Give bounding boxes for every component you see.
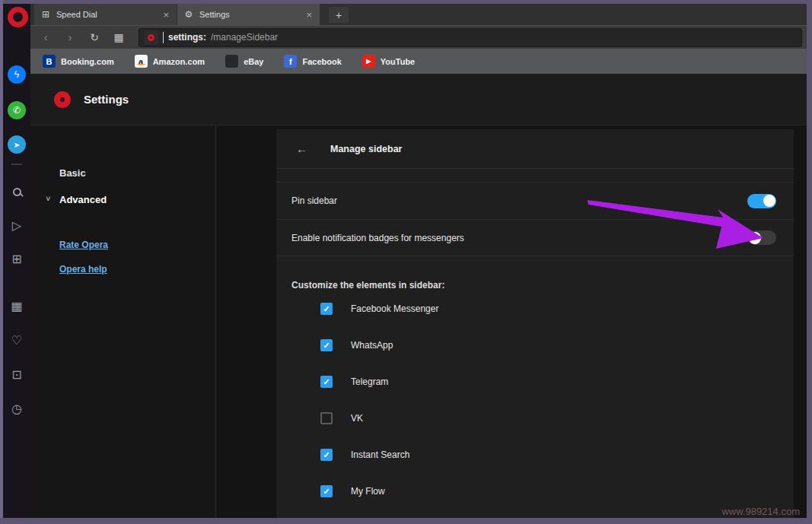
facebook-icon: f: [284, 55, 297, 68]
tab-settings[interactable]: ⚙ Settings ×: [177, 4, 320, 25]
checkbox-label: VK: [351, 413, 363, 424]
frame-border: [0, 0, 812, 4]
nav-item-basic[interactable]: Basic: [59, 167, 86, 179]
card-title: Manage sidebar: [330, 144, 402, 154]
gear-tab-icon: ⚙: [183, 9, 194, 20]
customize-section-label: Customize the elements in sidebar:: [291, 280, 794, 291]
tab-strip: ⊞ Speed Dial × ⚙ Settings × +: [30, 4, 807, 25]
opera-logo-icon[interactable]: [8, 7, 28, 27]
ebay-icon: [225, 55, 238, 68]
vertical-divider: [215, 125, 216, 518]
site-badge-icon: [144, 30, 158, 45]
checkbox-label: Facebook Messenger: [351, 303, 438, 314]
page-title: Settings: [84, 93, 129, 106]
instant-search-checkbox[interactable]: ✓: [320, 449, 333, 461]
frame-border: [807, 0, 812, 524]
tab-speed-dial[interactable]: ⊞ Speed Dial ×: [34, 4, 177, 25]
amazon-icon: a: [135, 55, 148, 68]
forward-button[interactable]: ›: [61, 31, 79, 43]
facebook-messenger-icon[interactable]: ϟ: [8, 65, 26, 84]
bookmark-label: eBay: [244, 57, 263, 66]
chevron-down-icon: ˅: [46, 194, 50, 203]
opera-browser-window: ϟ ✆ ➤ ▷ ⊞ ▦ ♡ ⊡ ◷ ⊞ Speed Dial × ⚙ Setti…: [0, 0, 812, 524]
back-arrow-icon[interactable]: ←: [296, 142, 307, 155]
speed-dial-tab-icon: ⊞: [40, 9, 51, 20]
start-page-button[interactable]: ▦: [110, 31, 128, 43]
settings-page-header: Settings: [30, 74, 807, 125]
card-header: ← Manage sidebar: [276, 129, 794, 169]
checkbox-row-telegram: ✓ Telegram: [320, 364, 794, 400]
vk-checkbox[interactable]: ✓: [320, 412, 333, 424]
url-scheme: settings:: [168, 32, 206, 43]
bookmark-label: Facebook: [302, 57, 341, 66]
bookmark-label: Amazon.com: [153, 57, 205, 66]
bookmark-label: YouTube: [381, 57, 415, 66]
telegram-checkbox[interactable]: ✓: [320, 376, 333, 388]
checkbox-row-facebook-messenger: ✓ Facebook Messenger: [320, 291, 794, 327]
pin-sidebar-toggle[interactable]: [747, 194, 776, 208]
watermark-text: www.989214.com: [721, 506, 800, 517]
telegram-icon[interactable]: ➤: [8, 135, 26, 154]
frame-border: [0, 518, 812, 524]
tab-label: Speed Dial: [56, 10, 156, 19]
whatsapp-icon[interactable]: ✆: [8, 101, 26, 119]
my-flow-checkbox[interactable]: ✓: [320, 485, 333, 497]
checkbox-label: Telegram: [351, 376, 388, 387]
checkbox-row-my-flow: ✓ My Flow: [320, 473, 794, 510]
reload-button[interactable]: ↻: [85, 31, 103, 43]
url-path: /manageSidebar: [211, 32, 278, 43]
bookmark-facebook[interactable]: f Facebook: [284, 55, 341, 68]
notification-badges-toggle[interactable]: [747, 230, 776, 245]
notification-badges-row: Enable notification badges for messenger…: [276, 219, 794, 256]
manage-sidebar-card: ← Manage sidebar Pin sidebar Enable noti…: [276, 129, 794, 518]
bookmark-ebay[interactable]: eBay: [225, 55, 263, 68]
new-tab-button[interactable]: +: [329, 7, 349, 23]
checkbox-label: Instant Search: [351, 449, 409, 460]
history-icon[interactable]: ◷: [8, 399, 26, 418]
facebook-messenger-checkbox[interactable]: ✓: [320, 303, 333, 315]
tabs-icon[interactable]: ▦: [8, 297, 26, 315]
nav-item-advanced[interactable]: Advanced: [59, 194, 107, 205]
speed-dial-icon[interactable]: ⊞: [8, 249, 26, 268]
frame-border: [0, 0, 3, 524]
bookmark-amazon[interactable]: a Amazon.com: [135, 55, 205, 68]
checkbox-row-instant-search: ✓ Instant Search: [320, 437, 794, 473]
bookmarks-heart-icon[interactable]: ♡: [8, 331, 26, 349]
my-flow-icon[interactable]: ▷: [8, 216, 26, 234]
opera-help-link[interactable]: Opera help: [59, 264, 107, 275]
checkbox-label: My Flow: [351, 486, 385, 497]
opera-app-sidebar: ϟ ✆ ➤ ▷ ⊞ ▦ ♡ ⊡ ◷: [3, 4, 30, 518]
opera-logo-icon: [54, 91, 71, 108]
checkbox-row-vk: ✓ VK: [320, 400, 794, 437]
address-bar[interactable]: settings: /manageSidebar: [139, 28, 802, 47]
booking-icon: B: [43, 55, 56, 68]
rate-opera-link[interactable]: Rate Opera: [59, 240, 108, 250]
pin-sidebar-label: Pin sidebar: [291, 195, 337, 206]
bookmark-booking[interactable]: B Booking.com: [43, 55, 114, 68]
settings-nav-panel: Basic ˅ Advanced Rate Opera Opera help: [30, 125, 215, 518]
notification-badges-label: Enable notification badges for messenger…: [291, 233, 464, 243]
browser-toolbar: ‹ › ↻ ▦ settings: /manageSidebar: [30, 25, 807, 49]
whatsapp-checkbox[interactable]: ✓: [320, 339, 333, 351]
close-tab-icon[interactable]: ×: [304, 9, 314, 21]
text-cursor: [163, 32, 164, 43]
tab-label: Settings: [199, 10, 299, 19]
checkbox-label: WhatsApp: [351, 340, 393, 351]
bookmark-label: Booking.com: [61, 57, 114, 66]
personal-news-icon[interactable]: ⊡: [8, 365, 26, 383]
toggle-rows: Pin sidebar Enable notification badges f…: [276, 182, 794, 256]
bookmarks-bar: B Booking.com a Amazon.com eBay f Facebo…: [30, 49, 807, 74]
search-icon[interactable]: [8, 183, 26, 201]
back-button[interactable]: ‹: [37, 31, 55, 43]
close-tab-icon[interactable]: ×: [161, 9, 170, 21]
sidebar-divider: [11, 164, 22, 165]
checkbox-row-whatsapp: ✓ WhatsApp: [320, 327, 794, 364]
youtube-icon: ▶: [362, 55, 375, 68]
bookmark-youtube[interactable]: ▶ YouTube: [362, 55, 415, 68]
pin-sidebar-row: Pin sidebar: [276, 182, 794, 219]
